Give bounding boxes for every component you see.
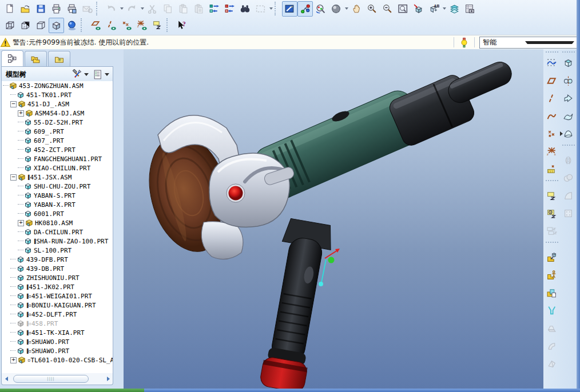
tree-expander[interactable]: + xyxy=(18,220,24,226)
style-tool-button[interactable] xyxy=(544,55,559,71)
redo-button[interactable] xyxy=(124,1,140,17)
select-box-button[interactable] xyxy=(253,1,268,17)
tree-node[interactable]: 452-ZCT.PRT xyxy=(2,145,113,154)
tree-node[interactable]: SL-100.PRT xyxy=(2,246,113,255)
tree-node[interactable]: DA-CHILUN.PRT xyxy=(2,227,113,237)
tree-node[interactable]: YABAN-S.PRT xyxy=(2,191,113,200)
create-component-button[interactable] xyxy=(544,267,559,283)
shading-style-button[interactable] xyxy=(328,1,344,17)
graphics-viewport[interactable] xyxy=(124,49,543,389)
save-file-button[interactable] xyxy=(33,1,49,17)
tree-node-label[interactable]: 609_.PRT xyxy=(34,128,64,135)
chevron-down-icon[interactable] xyxy=(442,2,447,16)
wireframe-button[interactable] xyxy=(2,18,18,33)
tree-node-label[interactable]: BONIU-KAIGUAN.PRT xyxy=(31,302,96,309)
no-hidden-button[interactable] xyxy=(33,18,49,33)
round-tool-button[interactable] xyxy=(544,338,559,354)
tree-node[interactable]: ∥SHA-RUN-ZAO-100.PRT xyxy=(2,237,113,246)
tree-expander[interactable]: + xyxy=(18,110,24,117)
tree-node[interactable]: FANGCHENGHUAN1.PRT xyxy=(2,154,113,163)
tree-node-label[interactable]: 451-TK01.PRT xyxy=(26,91,71,99)
view-manager-button[interactable] xyxy=(462,1,478,17)
tab-favorites[interactable]: ✳ xyxy=(48,51,70,66)
paste-button[interactable] xyxy=(176,1,191,17)
tree-node[interactable]: 451-TK01.PRT xyxy=(2,90,113,99)
datum-planes-toggle[interactable] xyxy=(88,18,104,33)
component-operations-button[interactable] xyxy=(544,285,559,301)
datum-points-toggle[interactable] xyxy=(119,18,134,33)
zoom-refit-button[interactable] xyxy=(395,1,411,17)
datum-csys-toggle[interactable]: z xyxy=(134,18,150,33)
tree-node-label[interactable]: FANGCHENGHUAN1.PRT xyxy=(34,155,102,163)
tree-node-label[interactable]: SHUAWO.PRT xyxy=(31,338,69,346)
tab-folder-browser[interactable] xyxy=(25,51,47,66)
tree-node[interactable]: SHU-CHU-ZOU.PRT xyxy=(2,182,113,191)
tree-node-label[interactable]: 452-ZCT.PRT xyxy=(34,146,76,154)
chevron-down-icon[interactable] xyxy=(344,2,349,16)
scroll-right-icon[interactable] xyxy=(104,377,113,381)
annotation-feature-button[interactable] xyxy=(544,188,559,203)
boundary-blend-button[interactable] xyxy=(561,126,576,142)
tree-settings-button[interactable] xyxy=(71,69,89,80)
tree-expander[interactable]: − xyxy=(10,174,17,181)
print-button[interactable] xyxy=(49,1,64,17)
spin-center-button[interactable] xyxy=(297,1,313,17)
undo-button[interactable] xyxy=(104,1,119,17)
annotation-ref-button[interactable] xyxy=(544,223,559,239)
tree-node-label[interactable]: 451-DJ_.ASM xyxy=(27,101,69,108)
chevron-down-icon[interactable] xyxy=(119,2,124,16)
tree-node-label[interactable]: SL-100.PRT xyxy=(34,247,71,254)
tree-node-label[interactable]: TL601-010-020-CSB-SL_AS xyxy=(30,357,113,364)
zoom-in-button[interactable] xyxy=(364,1,380,17)
print-to-file-button[interactable] xyxy=(64,1,80,17)
tree-node[interactable]: 609_.PRT xyxy=(2,127,113,136)
tree-horizontal-scrollbar[interactable]: |||| xyxy=(1,373,113,385)
tree-node-label[interactable]: ASM454-DJ.ASM xyxy=(35,110,84,117)
message-lamp-icon[interactable] xyxy=(459,37,470,48)
datum-plane-button[interactable] xyxy=(544,73,559,89)
new-file-button[interactable] xyxy=(2,1,18,17)
tree-node-label[interactable]: HK0810.ASM xyxy=(35,219,73,227)
tree-node-label[interactable]: 458.PRT xyxy=(31,320,58,327)
find-button[interactable] xyxy=(237,1,253,17)
curve-tool-button[interactable] xyxy=(544,109,559,124)
tree-node[interactable]: 55-DZ-52H.PRT xyxy=(2,118,113,127)
tree-node[interactable]: 453-ZONGZHUAN.ASM xyxy=(2,81,113,90)
tree-node[interactable]: +▫TL601-010-020-CSB-SL_AS xyxy=(2,355,113,365)
tree-node-label[interactable]: 453-ZONGZHUAN.ASM xyxy=(19,82,84,90)
email-button[interactable] xyxy=(80,1,95,17)
csys-tool-button[interactable]: zx xyxy=(544,144,559,159)
tree-expander[interactable]: + xyxy=(10,357,17,363)
tree-node[interactable]: YABAN-X.PRT xyxy=(2,200,113,209)
tree-node[interactable]: 439-DFB.PRT xyxy=(2,255,113,264)
cut-button[interactable] xyxy=(145,1,160,17)
extrude-button[interactable] xyxy=(561,55,576,71)
tree-node[interactable]: −451-DJ_.ASM xyxy=(2,99,113,109)
tree-node-label[interactable]: YABAN-S.PRT xyxy=(34,192,76,199)
sketch-tool-button[interactable] xyxy=(544,162,559,177)
mirror-button[interactable] xyxy=(561,153,576,168)
tab-model-tree[interactable] xyxy=(1,50,23,66)
scroll-left-icon[interactable] xyxy=(2,377,11,381)
fillet-button[interactable] xyxy=(561,188,576,203)
chamfer-tool-button[interactable] xyxy=(544,356,559,371)
copy-button[interactable] xyxy=(160,1,176,17)
assemble-component-button[interactable] xyxy=(544,250,559,265)
tree-node-label[interactable]: XIAO-CHILUN.PRT xyxy=(34,165,90,172)
annotation-text-button[interactable]: A xyxy=(544,206,559,221)
layers-button[interactable] xyxy=(447,1,462,17)
tree-node-label[interactable]: 55-DZ-52H.PRT xyxy=(34,119,83,126)
open-file-button[interactable] xyxy=(18,1,33,17)
scrollbar-thumb[interactable]: |||| xyxy=(13,375,89,383)
tree-node-label[interactable]: SHA-RUN-ZAO-100.PRT xyxy=(37,238,109,245)
tree-node[interactable]: ∥▫452-DLFT.PRT xyxy=(2,310,113,319)
selection-filter-combobox[interactable]: 智能 xyxy=(479,37,578,49)
paste-special-button[interactable] xyxy=(191,1,206,17)
tree-node[interactable]: ∥451-JK02.PRT xyxy=(2,282,113,291)
sweep-button[interactable] xyxy=(561,91,576,106)
pan-button[interactable] xyxy=(349,1,364,17)
tree-node-label[interactable]: ZHISHUONIU.PRT xyxy=(26,274,80,282)
chevron-down-icon[interactable] xyxy=(140,2,145,16)
tree-node-label[interactable]: 451-WEIGAI01.PRT xyxy=(31,293,92,300)
tree-node[interactable]: ∥▫SHUAWO.PRT xyxy=(2,346,113,355)
